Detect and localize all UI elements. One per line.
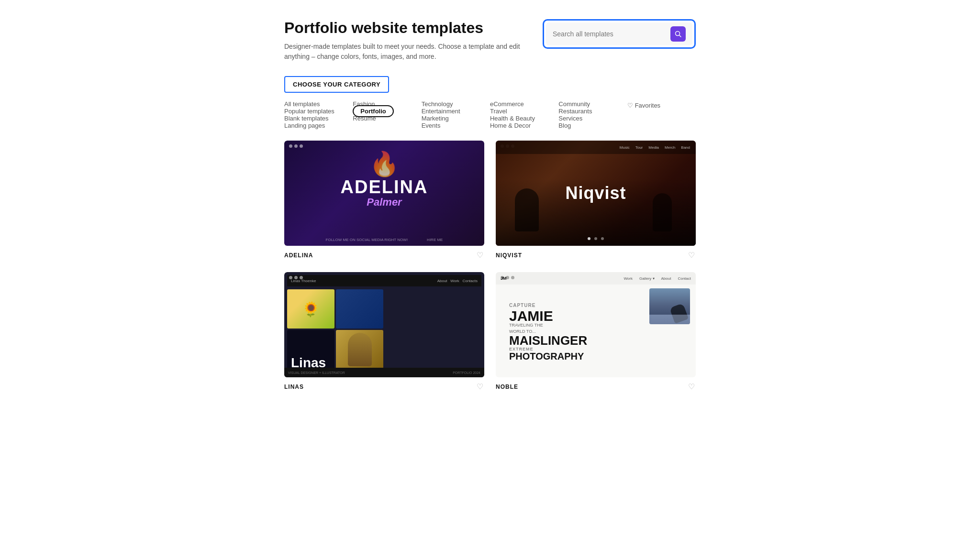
- template-card-noble[interactable]: JM Work Gallery ▾ About Contact CAPTURE …: [496, 272, 696, 392]
- page-subtitle: Designer-made templates built to meet yo…: [284, 42, 533, 62]
- thumb-dots-linas: [289, 276, 303, 279]
- dot: [289, 276, 292, 279]
- adelina-hire-text: HIRE ME: [427, 238, 443, 242]
- noble-nav-item: About: [661, 276, 671, 281]
- category-section: CHOOSE YOUR CATEGORY All templates Popul…: [284, 76, 696, 129]
- adelina-social-text: FOLLOW ME ON SOCIAL MEDIA RIGHT NOW!: [326, 238, 408, 242]
- linas-portrait-cell: [336, 330, 383, 369]
- noble-nav-item: Work: [624, 276, 633, 281]
- template-card-adelina[interactable]: 🔥 ADELINA Palmer FOLLOW ME ON SOCIAL MED…: [284, 141, 484, 261]
- noble-jamie: JAMIE: [509, 309, 587, 323]
- linas-flower-cell: 🌻: [287, 289, 334, 329]
- linas-name-overlay: Linas: [291, 355, 326, 371]
- category-nav: All templates Popular templates Blank te…: [284, 100, 696, 129]
- dot: [300, 276, 303, 279]
- niqvist-figure2: [653, 193, 672, 231]
- template-info-adelina: ADELINA ♡: [284, 246, 484, 261]
- niqvist-nav-item: Music: [620, 145, 630, 150]
- search-box-wrapper: [543, 19, 696, 49]
- template-name-linas: LINAS: [284, 384, 304, 390]
- noble-content: CAPTURE JAMIE TRAVELING THEWORLD TO... M…: [503, 299, 688, 365]
- template-thumbnail-noble: JM Work Gallery ▾ About Contact CAPTURE …: [496, 272, 696, 377]
- search-input[interactable]: [553, 30, 670, 38]
- favorite-button-adelina[interactable]: ♡: [476, 250, 484, 261]
- noble-nav: JM Work Gallery ▾ About Contact: [496, 272, 696, 285]
- category-col-6: ♡ Favorites: [627, 100, 696, 129]
- niqvist-figure1: [515, 188, 539, 231]
- search-box: [546, 22, 692, 45]
- niqvist-nav-item: Media: [648, 145, 659, 150]
- niqvist-dots: [588, 237, 604, 240]
- template-info-linas: LINAS ♡: [284, 377, 484, 392]
- favorite-button-linas[interactable]: ♡: [476, 381, 484, 392]
- template-thumbnail-linas: Linas Thoenke About Work Contacts 🌻: [284, 272, 484, 377]
- category-col-4: eCommerce Travel Health & Beauty Home & …: [490, 100, 558, 129]
- slide-dot: [594, 237, 597, 240]
- template-thumbnail-adelina: 🔥 ADELINA Palmer FOLLOW ME ON SOCIAL MED…: [284, 141, 484, 246]
- dot: [511, 276, 514, 279]
- noble-nav-item: Contact: [678, 276, 691, 281]
- search-button[interactable]: [670, 26, 686, 42]
- linas-footer-text: VISUAL DESIGNER + ILLUSTRATOR: [288, 371, 345, 374]
- adelina-subtitle: Palmer: [367, 196, 401, 208]
- template-card-linas[interactable]: Linas Thoenke About Work Contacts 🌻: [284, 272, 484, 392]
- template-info-noble: NOBLE ♡: [496, 377, 696, 392]
- dot: [501, 276, 504, 279]
- thumb-dots-noble: [501, 276, 514, 279]
- template-name-noble: NOBLE: [496, 384, 518, 390]
- cat-blog[interactable]: Blog: [558, 121, 571, 131]
- noble-traveling: TRAVELING THEWORLD TO...: [509, 322, 587, 334]
- adelina-main-title: ADELINA: [341, 178, 428, 196]
- noble-photo: [649, 288, 690, 324]
- category-col-2: Fashion Portfolio Resume: [353, 100, 421, 129]
- template-card-niqvist[interactable]: Niqvist Music Tour Media Merch Band NIQV…: [496, 141, 696, 261]
- template-name-niqvist: NIQVIST: [496, 252, 522, 259]
- heart-icon: ♡: [627, 102, 633, 109]
- linas-footer-right: PORTFOLIO 2024: [453, 371, 480, 374]
- page-container: Portfolio website templates Designer-mad…: [275, 0, 705, 421]
- slide-dot: [588, 237, 590, 240]
- template-thumbnail-niqvist: Niqvist Music Tour Media Merch Band: [496, 141, 696, 246]
- header-left: Portfolio website templates Designer-mad…: [284, 19, 533, 62]
- category-col-5: Community Restaurants Services Blog: [558, 100, 627, 129]
- niqvist-nav: Music Tour Media Merch Band: [496, 141, 696, 154]
- noble-snow: [649, 315, 690, 324]
- templates-grid: 🔥 ADELINA Palmer FOLLOW ME ON SOCIAL MED…: [284, 141, 696, 392]
- linas-nav-bar: Linas Thoenke About Work Contacts: [287, 275, 481, 286]
- cat-resume[interactable]: Resume: [353, 113, 376, 123]
- dot: [294, 276, 298, 279]
- search-icon: [675, 31, 681, 37]
- adelina-bottom-bar: FOLLOW ME ON SOCIAL MEDIA RIGHT NOW! HIR…: [284, 238, 484, 242]
- noble-photography: PHOTOGRAPHY: [509, 351, 587, 361]
- cat-events[interactable]: Events: [422, 121, 441, 131]
- dot: [300, 144, 303, 148]
- niqvist-nav-item: Merch: [665, 145, 675, 150]
- noble-nav-item: Gallery ▾: [639, 276, 655, 281]
- adelina-flames-icon: 🔥: [369, 150, 399, 178]
- favorites-label: Favorites: [635, 102, 660, 109]
- thumb-dots-adelina: [289, 144, 303, 148]
- category-col-3: Technology Entertainment Marketing Event…: [422, 100, 490, 129]
- template-name-adelina: ADELINA: [284, 252, 313, 259]
- linas-nav-links: About Work Contacts: [437, 279, 478, 283]
- favorite-button-niqvist[interactable]: ♡: [687, 250, 696, 261]
- slide-dot: [601, 237, 604, 240]
- template-info-niqvist: NIQVIST ♡: [496, 246, 696, 261]
- cat-favorites[interactable]: ♡ Favorites: [627, 100, 696, 110]
- category-col-1: All templates Popular templates Blank te…: [284, 100, 353, 129]
- linas-person-silhouette: [348, 333, 372, 366]
- dot: [289, 144, 292, 148]
- page-title: Portfolio website templates: [284, 19, 533, 37]
- svg-line-1: [679, 35, 681, 37]
- header-section: Portfolio website templates Designer-mad…: [284, 19, 696, 62]
- niqvist-title: Niqvist: [565, 183, 626, 203]
- choose-category-button[interactable]: CHOOSE YOUR CATEGORY: [284, 76, 389, 93]
- favorite-button-noble[interactable]: ♡: [687, 381, 696, 392]
- niqvist-nav-item: Band: [681, 145, 690, 150]
- dot: [294, 144, 298, 148]
- noble-capture-label: CAPTURE: [509, 303, 587, 308]
- cat-landing-pages[interactable]: Landing pages: [284, 121, 325, 131]
- cat-home-decor[interactable]: Home & Decor: [490, 121, 531, 131]
- noble-maislinger: MAISLINGER: [509, 334, 587, 347]
- linas-blue-cell: [336, 289, 383, 329]
